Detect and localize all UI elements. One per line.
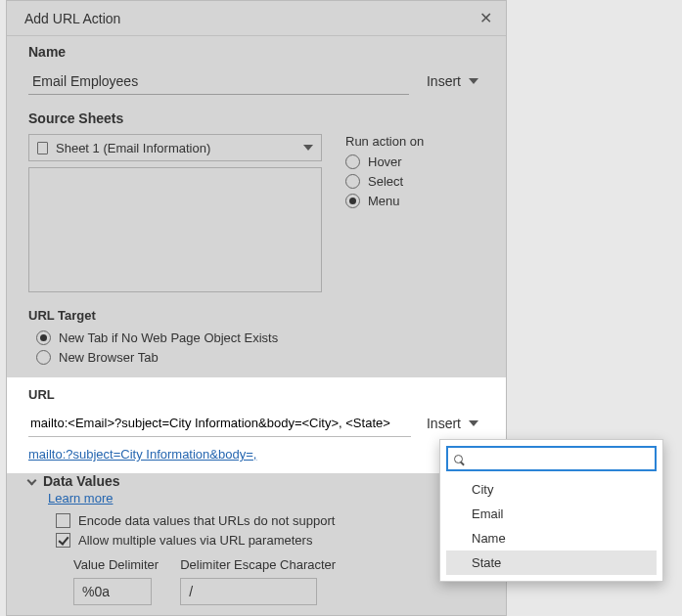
- insert-search-wrap[interactable]: [446, 446, 657, 471]
- source-sheets-left: Sheet 1 (Email Information): [28, 134, 322, 292]
- insert-field-popup: City Email Name State: [439, 439, 663, 582]
- source-sheet-selected: Sheet 1 (Email Information): [56, 141, 296, 155]
- add-url-action-dialog: Add URL Action ✕ Name Insert Source Shee…: [6, 0, 507, 616]
- name-row: Insert: [28, 67, 484, 95]
- chevron-down-icon: [303, 145, 313, 151]
- delimiter-row: Value Delimiter Delimiter Escape Charact…: [73, 557, 484, 605]
- name-section: Name Insert: [7, 36, 506, 103]
- run-action-on-label: Run action on: [345, 134, 424, 149]
- run-on-select[interactable]: Select: [345, 174, 424, 189]
- data-values-toggle[interactable]: Data Values: [28, 473, 484, 489]
- value-delimiter-label: Value Delimiter: [73, 557, 159, 572]
- checkbox-icon: [56, 513, 70, 528]
- encode-data-values-checkbox[interactable]: Encode data values that URLs do not supp…: [56, 513, 484, 528]
- radio-label: New Tab if No Web Page Object Exists: [59, 330, 278, 345]
- escape-char-col: Delimiter Escape Character: [180, 557, 336, 605]
- insert-item-state[interactable]: State: [446, 550, 657, 575]
- checkbox-icon: [56, 533, 70, 548]
- value-delimiter-col: Value Delimiter: [73, 557, 159, 605]
- radio-label: Menu: [368, 194, 400, 208]
- run-action-on: Run action on Hover Select Menu: [345, 134, 424, 213]
- radio-icon: [36, 350, 51, 365]
- insert-label: Insert: [427, 416, 461, 431]
- radio-label: Select: [368, 174, 403, 189]
- name-label: Name: [28, 44, 484, 60]
- source-sheets-label: Source Sheets: [28, 110, 484, 126]
- chevron-down-icon: [469, 420, 478, 426]
- source-sheets-row: Sheet 1 (Email Information) Run action o…: [28, 134, 484, 292]
- url-target-options: New Tab if No Web Page Object Exists New…: [36, 330, 484, 365]
- url-input-row: Insert: [28, 410, 484, 437]
- run-action-options: Hover Select Menu: [345, 154, 424, 208]
- dialog-title-bar: Add URL Action ✕: [7, 1, 506, 36]
- data-values-options: Encode data values that URLs do not supp…: [28, 513, 484, 548]
- source-sheets-list[interactable]: [28, 167, 322, 292]
- radio-icon: [345, 194, 360, 208]
- checkbox-label: Allow multiple values via URL parameters: [78, 533, 312, 548]
- close-icon[interactable]: ✕: [479, 9, 492, 27]
- run-on-hover[interactable]: Hover: [345, 154, 424, 169]
- checkbox-label: Encode data values that URLs do not supp…: [78, 513, 335, 528]
- insert-field-list: City Email Name State: [446, 477, 657, 575]
- insert-search-input[interactable]: [469, 452, 649, 466]
- insert-item-name[interactable]: Name: [446, 526, 657, 550]
- radio-icon: [345, 174, 360, 189]
- radio-icon: [345, 154, 360, 169]
- value-delimiter-input[interactable]: [73, 578, 152, 605]
- action-name-input[interactable]: [28, 67, 409, 95]
- insert-item-email[interactable]: Email: [446, 502, 657, 526]
- radio-icon: [36, 330, 51, 345]
- source-sheet-select[interactable]: Sheet 1 (Email Information): [28, 134, 322, 161]
- radio-label: Hover: [368, 154, 402, 169]
- chevron-down-icon: [27, 475, 37, 485]
- data-values-section: Data Values Learn more Encode data value…: [7, 473, 506, 616]
- learn-more-link[interactable]: Learn more: [48, 491, 113, 506]
- sheet-icon: [37, 142, 48, 154]
- insert-item-city[interactable]: City: [446, 477, 657, 502]
- name-insert-button[interactable]: Insert: [421, 69, 484, 93]
- url-target-section: URL Target New Tab if No Web Page Object…: [7, 300, 506, 377]
- url-preview-link[interactable]: mailto:?subject=City Information&body=,: [28, 447, 256, 462]
- escape-char-label: Delimiter Escape Character: [180, 557, 336, 572]
- url-insert-button[interactable]: Insert: [421, 412, 484, 435]
- data-values-heading: Data Values: [43, 473, 120, 489]
- url-input[interactable]: [28, 410, 411, 437]
- allow-multiple-values-checkbox[interactable]: Allow multiple values via URL parameters: [56, 533, 484, 548]
- source-sheets-section: Source Sheets Sheet 1 (Email Information…: [7, 103, 506, 300]
- url-label: URL: [28, 387, 484, 402]
- insert-label: Insert: [427, 73, 461, 89]
- url-target-new-tab-if-none[interactable]: New Tab if No Web Page Object Exists: [36, 330, 484, 345]
- url-target-label: URL Target: [28, 308, 484, 323]
- run-on-menu[interactable]: Menu: [345, 194, 424, 208]
- escape-char-input[interactable]: [180, 578, 317, 605]
- dialog-title: Add URL Action: [24, 11, 120, 26]
- search-icon: [454, 455, 463, 463]
- radio-label: New Browser Tab: [59, 350, 159, 365]
- url-target-new-browser-tab[interactable]: New Browser Tab: [36, 350, 484, 365]
- url-section: URL Insert mailto:?subject=City Informat…: [7, 377, 506, 473]
- chevron-down-icon: [469, 78, 478, 84]
